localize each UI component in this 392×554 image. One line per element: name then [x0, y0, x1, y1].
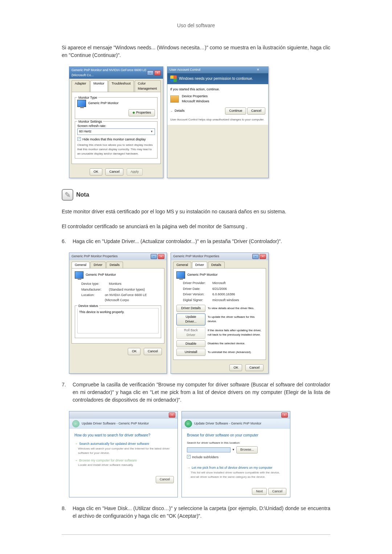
- shield-icon: [170, 75, 177, 82]
- page-header: Uso del software: [62, 22, 330, 29]
- tab-details[interactable]: Details: [106, 262, 123, 268]
- location-input[interactable]: [187, 447, 230, 452]
- uac-titlebar: User Account Control ✕: [167, 67, 268, 73]
- close-icon[interactable]: ×: [169, 413, 175, 418]
- ok-button[interactable]: OK: [128, 348, 140, 355]
- minimize-icon[interactable]: –: [147, 70, 154, 75]
- uac-started-text: If you started this action, continue.: [170, 87, 265, 92]
- step-number: 6.: [62, 238, 73, 245]
- note-icon: ✎: [62, 189, 73, 201]
- arrow-icon: →: [74, 459, 78, 462]
- step-text: Compruebe la casilla de verificación "Br…: [73, 381, 330, 404]
- tab-monitor[interactable]: Monitor: [90, 80, 108, 92]
- wizard1-option-auto[interactable]: →Search automatically for updated driver…: [74, 442, 172, 455]
- device-name: Generic PnP Monitor: [187, 272, 217, 278]
- uninstall-button[interactable]: Uninstall: [176, 349, 205, 356]
- uac-device-row: Device Properties Microsoft Windows: [170, 94, 265, 104]
- uac-body: If you started this action, continue. De…: [167, 84, 268, 125]
- wizard2-option-pick[interactable]: →Let me pick from a list of device drive…: [187, 465, 285, 479]
- ok-button[interactable]: OK: [90, 168, 102, 176]
- wizard1-option-browse[interactable]: →Browse my computer for driver software …: [74, 458, 172, 468]
- step-7: 7. Compruebe la casilla de verificación …: [62, 381, 330, 404]
- tab-general[interactable]: General: [72, 262, 90, 268]
- chevron-down-icon[interactable]: ⌄: [170, 108, 173, 114]
- step-text: Haga clic en "Have Disk... (Utilizar dis…: [73, 505, 330, 520]
- device-icon: [170, 95, 179, 103]
- tab-color-management[interactable]: Color Management: [135, 80, 161, 92]
- browse-button[interactable]: Browse...: [236, 446, 258, 454]
- shield-mini-icon: ◆: [132, 111, 135, 114]
- close-icon[interactable]: ×: [158, 254, 164, 259]
- include-subfolders-checkbox[interactable]: ✓ Include subfolders: [187, 455, 285, 460]
- intro-paragraph: Si aparece el mensaje "Windows needs... …: [62, 44, 330, 59]
- cancel-button[interactable]: Cancel: [105, 168, 123, 176]
- figure-row-2: Generic PnP Monitor Properties – × Gener…: [69, 253, 323, 374]
- wizard2-heading: Browse for driver software on your compu…: [187, 432, 285, 438]
- close-icon[interactable]: ×: [260, 254, 266, 259]
- chevron-down-icon[interactable]: ▼: [232, 448, 235, 452]
- footer-divider: [62, 534, 330, 535]
- tab-adapter[interactable]: Adapter: [72, 80, 90, 92]
- close-icon[interactable]: ×: [154, 70, 161, 75]
- figure-row-1: Generic PnP Monitor and NVIDIA GeForce 6…: [69, 66, 323, 178]
- wizard-search-dialog: × ← Update Driver Software - Generic PnP…: [69, 411, 178, 497]
- checkbox-icon: ✓: [77, 137, 81, 141]
- back-icon[interactable]: ←: [185, 420, 192, 427]
- monitor-icon: [176, 271, 185, 279]
- back-icon[interactable]: ←: [72, 420, 79, 427]
- uac-action-row: ⌄ Details Continue Cancel: [170, 107, 265, 115]
- cancel-button[interactable]: Cancel: [245, 364, 264, 372]
- cancel-button[interactable]: Cancel: [144, 348, 162, 355]
- device-name: Generic PnP Monitor: [86, 272, 116, 278]
- refresh-rate-select[interactable]: 60 Hertz ▼: [77, 128, 155, 135]
- device-status-text: This device is working properly.: [77, 308, 159, 333]
- minimize-icon[interactable]: –: [151, 254, 157, 259]
- minimize-icon[interactable]: –: [252, 254, 259, 259]
- rollback-driver-button[interactable]: Roll Back Driver: [176, 327, 205, 339]
- disable-button[interactable]: Disable: [176, 340, 205, 348]
- cancel-button[interactable]: Cancel: [268, 488, 286, 495]
- step-text: Haga clic en "Update Driver... (Actualiz…: [73, 238, 330, 245]
- tab-driver[interactable]: Driver: [90, 262, 106, 268]
- wizard1-title-row: ← Update Driver Software - Generic PnP M…: [69, 419, 177, 429]
- uac-header: Windows needs your permission to contion…: [167, 73, 268, 84]
- cancel-button[interactable]: Cancel: [247, 107, 265, 115]
- update-driver-button[interactable]: Update Driver...: [176, 313, 205, 325]
- apply-button[interactable]: Apply: [127, 168, 143, 176]
- note-paragraph-1: Este monitor driver está certificado por…: [62, 208, 330, 216]
- hide-modes-checkbox[interactable]: ✓ Hide modes that this monitor cannot di…: [77, 137, 155, 142]
- cancel-button[interactable]: Cancel: [156, 476, 174, 483]
- monitor-type-group: Monitor Type Generic PnP Monitor ◆ Prope…: [75, 97, 158, 119]
- uac-help-text: User Account Control helps stop unauthor…: [170, 118, 265, 122]
- step-number: 8.: [62, 505, 73, 520]
- details-label[interactable]: Details: [175, 108, 185, 114]
- monitor-properties-dialog: Generic PnP Monitor and NVIDIA GeForce 6…: [69, 66, 163, 178]
- step-number: 7.: [62, 381, 73, 404]
- checkbox-icon: ✓: [187, 455, 191, 459]
- wizard1-heading: How do you want to search for driver sof…: [74, 432, 172, 438]
- figure-row-3: × ← Update Driver Software - Generic PnP…: [69, 411, 323, 497]
- monitor-dialog-titlebar: Generic PnP Monitor and NVIDIA GeForce 6…: [69, 67, 163, 79]
- properties-button[interactable]: ◆ Properties: [128, 109, 155, 116]
- continue-button[interactable]: Continue: [225, 107, 246, 115]
- wizard2-title-row: ← Update Driver Software - Generic PnP M…: [182, 419, 290, 429]
- monitor-dialog-tabs: Adapter Monitor Troubleshoot Color Manag…: [69, 79, 163, 92]
- arrow-icon: →: [74, 442, 78, 446]
- monitor-dialog-title: Generic PnP Monitor and NVIDIA GeForce 6…: [72, 68, 147, 78]
- ok-button[interactable]: OK: [229, 364, 242, 372]
- note-title: Nota: [76, 190, 89, 199]
- tab-details[interactable]: Details: [208, 262, 225, 268]
- refresh-rate-label: Screen refresh rate:: [77, 124, 155, 129]
- step-8: 8. Haga clic en "Have Disk... (Utilizar …: [62, 505, 330, 520]
- next-button[interactable]: Next: [252, 488, 267, 495]
- close-icon[interactable]: ✕: [257, 67, 266, 73]
- tab-general[interactable]: General: [173, 262, 191, 268]
- note-header: ✎ Nota: [62, 189, 330, 201]
- tab-troubleshoot[interactable]: Troubleshoot: [109, 80, 134, 92]
- close-icon[interactable]: ×: [281, 413, 288, 418]
- wizard-browse-dialog: × ← Update Driver Software - Generic PnP…: [181, 411, 290, 497]
- tab-driver[interactable]: Driver: [192, 262, 207, 268]
- uac-dialog: User Account Control ✕ Windows needs you…: [167, 66, 269, 178]
- props-general-dialog: Generic PnP Monitor Properties – × Gener…: [69, 253, 167, 374]
- driver-details-button[interactable]: Driver Details: [176, 305, 205, 312]
